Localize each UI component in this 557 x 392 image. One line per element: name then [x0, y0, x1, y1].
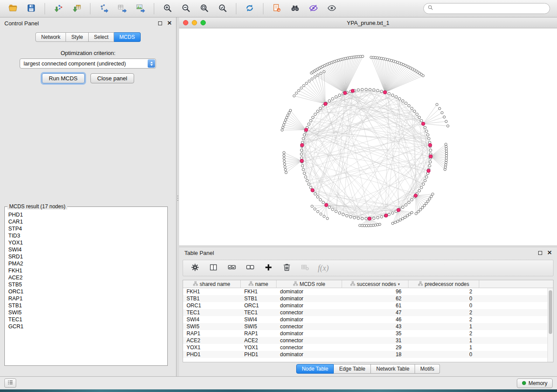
zoom-fit-button[interactable] — [196, 2, 213, 16]
mcds-result-item[interactable]: RAP1 — [8, 295, 164, 302]
minimize-window-button[interactable] — [192, 20, 197, 25]
mcds-result-item[interactable]: YOX1 — [8, 239, 164, 246]
mcds-result-box: MCDS result (17 nodes) PHD1CAR1STP4TID3Y… — [4, 203, 168, 366]
mcds-result-item[interactable]: FKH1 — [8, 267, 164, 274]
panel-menu-button[interactable] — [4, 378, 16, 388]
mcds-result-item[interactable]: TEC1 — [8, 316, 164, 323]
column-header-shared-name[interactable]: shared name — [183, 280, 241, 288]
add-row-button[interactable] — [261, 261, 276, 275]
table-row[interactable]: STB1STB1dominator620 — [183, 295, 553, 302]
column-header-name[interactable]: name — [241, 280, 277, 288]
table-cell: 18 — [342, 351, 408, 358]
table-row[interactable]: ORC1ORC1dominator610 — [183, 302, 553, 309]
table-cell: ACE2 — [183, 337, 241, 344]
search-input[interactable] — [436, 6, 546, 12]
deselect-all-rows-button[interactable] — [242, 261, 257, 275]
table-cell: connector — [277, 309, 342, 316]
memory-status-icon — [522, 381, 526, 385]
open-file-button[interactable] — [4, 2, 21, 16]
table-tab-network-table[interactable]: Network Table — [371, 364, 415, 374]
table-cell: YOX1 — [183, 344, 241, 351]
table-row[interactable]: RAP1RAP1dominator352 — [183, 330, 553, 337]
network-canvas[interactable] — [179, 28, 557, 245]
mcds-result-item[interactable]: STP4 — [8, 225, 164, 232]
mcds-result-item[interactable]: SWI5 — [8, 309, 164, 316]
mcds-result-item[interactable]: STB1 — [8, 302, 164, 309]
mcds-result-item[interactable]: SRD1 — [8, 253, 164, 260]
float-table-panel-icon[interactable] — [538, 251, 542, 255]
close-table-panel-icon[interactable]: × — [547, 250, 552, 255]
table-tab-edge-table[interactable]: Edge Table — [334, 364, 371, 374]
hide-selected-button[interactable] — [305, 2, 322, 16]
mcds-result-item[interactable]: TID3 — [8, 232, 164, 239]
table-tab-motifs[interactable]: Motifs — [415, 364, 440, 374]
scrollbar-thumb[interactable] — [549, 290, 552, 334]
column-header-predecessor-nodes[interactable]: predecessor nodes — [408, 280, 479, 288]
mcds-result-item[interactable]: ORC1 — [8, 288, 164, 295]
import-table-button[interactable] — [68, 2, 85, 16]
network-from-selection-button[interactable] — [268, 2, 285, 16]
control-panel-title: Control Panel — [4, 20, 39, 27]
save-session-button[interactable] — [23, 2, 40, 16]
column-header-mcds-role[interactable]: MCDS role — [277, 280, 342, 288]
floppy-icon — [26, 3, 36, 14]
close-mcds-panel-button[interactable]: Close panel — [90, 73, 135, 83]
export-network-button[interactable] — [95, 2, 112, 16]
search-box[interactable] — [423, 3, 550, 14]
find-neighbors-button[interactable] — [287, 2, 304, 16]
control-tab-mcds[interactable]: MCDS — [114, 32, 140, 42]
table-row[interactable]: SWI4SWI4dominator462 — [183, 316, 553, 323]
table-settings-button[interactable] — [187, 261, 202, 275]
column-menu-icon[interactable]: ▾ — [398, 282, 400, 286]
memory-button[interactable]: Memory — [517, 378, 553, 388]
import-network-button[interactable] — [50, 2, 67, 16]
mcds-result-item[interactable]: PMA2 — [8, 260, 164, 267]
delete-rows-button[interactable] — [279, 261, 294, 275]
eye-slash-icon — [308, 3, 318, 14]
show-all-button[interactable] — [323, 2, 340, 16]
network-titlebar[interactable]: YPA_prune.txt_1 — [179, 17, 557, 28]
export-image-button[interactable] — [132, 2, 149, 16]
table-row[interactable]: SWI5SWI5connector431 — [183, 323, 553, 330]
mcds-result-list[interactable]: PHD1CAR1STP4TID3YOX1SWI4SRD1PMA2FKH1ACE2… — [5, 210, 167, 361]
mcds-result-item[interactable]: CAR1 — [8, 218, 164, 225]
criterion-select[interactable]: largest connected component (undirected) — [20, 58, 156, 69]
select-all-rows-button[interactable] — [224, 261, 239, 275]
mcds-result-item[interactable]: STB5 — [8, 281, 164, 288]
table-row[interactable]: TEC1TEC1connector472 — [183, 309, 553, 316]
float-panel-icon[interactable] — [158, 21, 162, 25]
mcds-result-item[interactable]: GCR1 — [8, 323, 164, 330]
close-panel-icon[interactable]: × — [167, 21, 172, 26]
control-tab-network[interactable]: Network — [35, 32, 66, 42]
table-tab-node-table[interactable]: Node Table — [296, 364, 334, 374]
column-header-successor-nodes[interactable]: successor nodes▾ — [342, 280, 408, 288]
node-table: shared namenameMCDS rolesuccessor nodes▾… — [183, 280, 554, 362]
table-cell: STB1 — [241, 296, 277, 302]
zoom-selected-button[interactable] — [214, 2, 231, 16]
table-row[interactable]: PHD1PHD1dominator180 — [183, 351, 553, 358]
table-row[interactable]: FKH1FKH1dominator962 — [183, 288, 553, 295]
destroy-table-button — [298, 261, 312, 275]
mcds-result-item[interactable]: PHD1 — [8, 211, 164, 218]
maximize-window-button[interactable] — [201, 20, 206, 25]
table-cell: 62 — [342, 296, 408, 302]
column-visibility-button[interactable] — [206, 261, 221, 275]
table-row[interactable]: YOX1YOX1connector291 — [183, 344, 553, 351]
table-row[interactable]: ACE2ACE2connector311 — [183, 337, 553, 344]
control-tab-style[interactable]: Style — [66, 32, 89, 42]
table-cell: connector — [277, 337, 342, 344]
control-tab-select[interactable]: Select — [89, 32, 114, 42]
close-window-button[interactable] — [183, 20, 188, 25]
refresh-network-button[interactable] — [241, 2, 258, 16]
network-graph[interactable] — [179, 28, 557, 245]
mcds-result-item[interactable]: ACE2 — [8, 274, 164, 281]
desktop-background — [0, 389, 557, 392]
gear-icon — [190, 263, 200, 273]
zoom-in-button[interactable] — [159, 2, 176, 16]
export-table-button[interactable] — [114, 2, 131, 16]
run-mcds-button[interactable]: Run MCDS — [42, 73, 85, 83]
table-scrollbar[interactable] — [547, 288, 553, 362]
zoom-out-button[interactable] — [177, 2, 194, 16]
table-body: FKH1FKH1dominator962STB1STB1dominator620… — [183, 288, 553, 358]
mcds-result-item[interactable]: SWI4 — [8, 246, 164, 253]
